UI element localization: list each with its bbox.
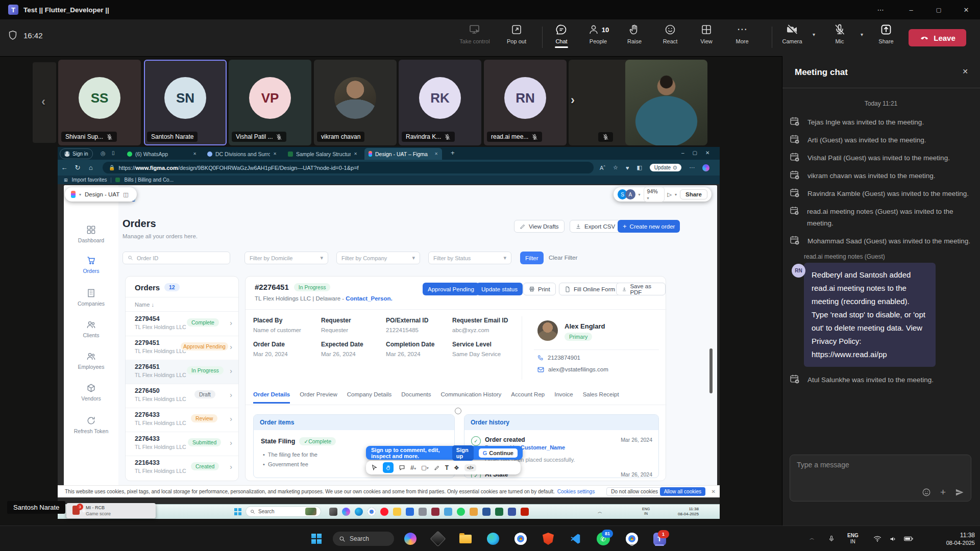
- app-icon[interactable]: [419, 508, 427, 516]
- tray-chevron-icon[interactable]: ︿: [810, 535, 815, 542]
- figma-share-button[interactable]: Share: [680, 189, 707, 199]
- order-row-selected[interactable]: 2276451TL Flex Holdings LLC In Progress›: [126, 360, 238, 384]
- tab-close-icon[interactable]: ✕: [273, 152, 277, 156]
- chrome-icon[interactable]: [512, 531, 529, 547]
- close-button[interactable]: ✕: [954, 0, 978, 19]
- participant-tile[interactable]: vikram chavan: [314, 60, 397, 145]
- figma-google-continue-button[interactable]: GContinue: [479, 448, 518, 458]
- figma-sign-up-button[interactable]: Sign up: [452, 445, 474, 461]
- tab-close-icon[interactable]: ✕: [193, 152, 197, 156]
- order-id-search-input[interactable]: Order ID: [122, 252, 230, 264]
- contact-phone[interactable]: 2123874901: [548, 355, 580, 361]
- more-button[interactable]: ⋯ More: [722, 23, 763, 44]
- tab-communication-history[interactable]: Communication History: [440, 391, 501, 404]
- taskbar-clock[interactable]: 11:3808-04-2025: [933, 532, 975, 547]
- browser-tab[interactable]: Sample Salary Structure with calc✕: [284, 148, 361, 160]
- shared-clock[interactable]: 11:3808-04-2025: [678, 507, 699, 517]
- game-app-icon[interactable]: [430, 531, 446, 547]
- participant-tile[interactable]: RN read.ai mee...: [484, 60, 567, 145]
- react-button[interactable]: React: [650, 23, 691, 44]
- move-tool-icon[interactable]: [371, 464, 378, 471]
- save-as-pdf-button[interactable]: Save as PDF: [616, 283, 666, 295]
- tab-sales-receipt[interactable]: Sales Receipt: [583, 391, 619, 404]
- tab-order-preview[interactable]: Order Preview: [300, 391, 337, 404]
- mic-options-chevron[interactable]: ▾: [861, 32, 863, 37]
- copilot-icon[interactable]: [702, 164, 709, 171]
- opera-icon[interactable]: [380, 508, 388, 516]
- shared-start-icon[interactable]: [234, 508, 241, 515]
- camera-button[interactable]: Camera: [772, 23, 813, 44]
- sidebar-item-dashboard[interactable]: Dashboard: [64, 225, 118, 243]
- fill-online-form-button[interactable]: Fill Online Form: [559, 283, 621, 295]
- sidebar-item-companies[interactable]: Companies: [64, 288, 118, 307]
- send-icon[interactable]: [955, 488, 964, 497]
- export-csv-button[interactable]: Export CSV: [570, 220, 621, 233]
- home-icon[interactable]: ⌂: [84, 164, 97, 171]
- contact-person-link[interactable]: Contact_Person.: [346, 295, 392, 302]
- raise-hand-button[interactable]: Raise: [614, 23, 655, 44]
- shared-search-box[interactable]: Search: [246, 506, 321, 517]
- mic-button[interactable]: Mic: [819, 23, 860, 44]
- chat-message-list[interactable]: Today 11:21 Tejas Ingle was invited to t…: [782, 88, 980, 450]
- order-row[interactable]: 2276450TL Flex Holdings LLC Draft›: [126, 384, 238, 408]
- spotlight-video-tile[interactable]: [625, 60, 707, 145]
- word-icon[interactable]: [482, 508, 491, 516]
- browser-essentials-icon[interactable]: ♥: [626, 165, 629, 171]
- chat-button[interactable]: Chat: [541, 23, 582, 48]
- excel-icon[interactable]: [495, 508, 503, 516]
- file-explorer-icon[interactable]: [457, 531, 474, 547]
- filter-button[interactable]: Filter: [520, 252, 544, 264]
- tray-mic-icon[interactable]: [825, 531, 838, 547]
- update-browser-button[interactable]: Update⊙: [650, 164, 682, 171]
- tray-chevron-icon[interactable]: ︿: [598, 509, 602, 515]
- name-column-header[interactable]: Name ↓: [135, 302, 154, 308]
- browser-tab-active[interactable]: Design - UAT – Figma✕: [364, 148, 442, 160]
- app-icon[interactable]: [508, 508, 516, 516]
- deny-cookies-button[interactable]: Do not allow cookies: [606, 487, 663, 496]
- order-row[interactable]: 2216433TL Flex Holdings LLC Created›: [126, 456, 238, 480]
- task-view-icon[interactable]: [329, 508, 337, 516]
- create-new-order-button[interactable]: + Create new order: [618, 220, 680, 233]
- component-tool-icon[interactable]: ❖: [454, 464, 459, 471]
- filter-status-dropdown[interactable]: Filter by Status▾: [428, 252, 511, 264]
- app-icon[interactable]: [406, 508, 414, 516]
- layout-panels-icon[interactable]: ◫: [123, 191, 128, 198]
- edge-icon[interactable]: [485, 531, 501, 547]
- refresh-icon[interactable]: ↻: [71, 164, 84, 171]
- participant-tile[interactable]: RK Ravindra K...: [399, 60, 481, 145]
- sidebar-item-vendors[interactable]: Vendors: [64, 383, 118, 402]
- volume-icon[interactable]: [886, 531, 899, 547]
- extensions-icon[interactable]: ◧: [636, 164, 642, 171]
- chevron-down-icon[interactable]: ▾: [675, 192, 677, 197]
- titlebar-more-button[interactable]: ⋯: [869, 0, 892, 19]
- brave-icon[interactable]: [540, 531, 556, 547]
- favorites-star-icon[interactable]: ☆: [613, 164, 618, 171]
- vertical-tabs-icon[interactable]: ▯: [112, 150, 115, 156]
- notification-popup[interactable]: 3 MI - RCB Game score: [66, 503, 156, 518]
- participant-tile[interactable]: SS Shivani Sup...: [58, 60, 141, 145]
- emoji-icon[interactable]: [922, 488, 931, 497]
- browser-profile-button[interactable]: Sign in: [60, 148, 93, 159]
- tab-invoice[interactable]: Invoice: [554, 391, 573, 404]
- camera-options-chevron[interactable]: ▾: [813, 32, 815, 37]
- shape-tool-icon[interactable]: ▢▾: [421, 464, 428, 471]
- close-chat-icon[interactable]: ✕: [962, 67, 968, 76]
- taskbar-search-box[interactable]: Search: [333, 532, 394, 546]
- vscode-icon[interactable]: [568, 531, 584, 547]
- tab-account-rep[interactable]: Account Rep: [511, 391, 545, 404]
- view-drafts-button[interactable]: View Drafts: [514, 220, 565, 233]
- edge-icon[interactable]: [355, 508, 363, 516]
- app-icon[interactable]: [444, 508, 452, 516]
- allow-cookies-button[interactable]: Allow all cookies: [660, 487, 705, 496]
- address-bar[interactable]: 🔒 https://www.figma.com/design/9BKQ0FOHR…: [103, 162, 594, 173]
- workspaces-icon[interactable]: ◎: [101, 150, 106, 157]
- bookmark-item[interactable]: Import favorites: [72, 177, 107, 183]
- copilot-icon[interactable]: [402, 531, 419, 547]
- cookies-settings-link[interactable]: Cookies settings: [557, 489, 595, 494]
- tab-documents[interactable]: Documents: [401, 391, 431, 404]
- teams-icon[interactable]: T 1: [651, 531, 668, 547]
- whatsapp-icon[interactable]: ✆ 81: [595, 531, 611, 547]
- participant-tile[interactable]: VP Vishal Patil ...: [229, 60, 311, 145]
- comment-tool-icon[interactable]: [399, 464, 405, 471]
- chat-message-input[interactable]: Type a message +: [790, 455, 971, 502]
